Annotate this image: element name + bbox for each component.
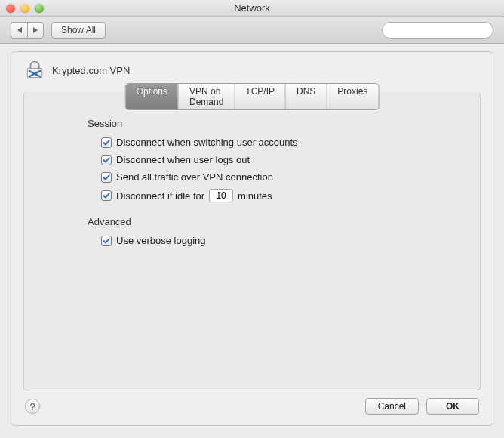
tab-vpn-on-demand[interactable]: VPN on Demand (179, 84, 235, 110)
checkbox-verbose[interactable] (101, 236, 112, 246)
search-input[interactable] (393, 25, 504, 35)
session-heading: Session (88, 118, 462, 129)
checkbox-switch-users[interactable] (101, 137, 112, 148)
window-title: Network (0, 2, 504, 14)
checkmark-icon (102, 191, 111, 200)
tab-bar: Options VPN on Demand TCP/IP DNS Proxies (125, 83, 380, 110)
checkbox-send-all[interactable] (101, 172, 112, 183)
toolbar: Show All (0, 17, 504, 44)
zoom-window-button[interactable] (35, 4, 44, 13)
vpn-options-sheet: Krypted.com VPN Options VPN on Demand TC… (11, 51, 493, 426)
idle-minutes-input[interactable] (209, 189, 233, 202)
nav-back-forward (11, 22, 44, 39)
titlebar: Network (0, 0, 504, 17)
label-switch-users: Disconnect when switching user accounts (116, 137, 298, 148)
checkbox-idle[interactable] (101, 190, 112, 201)
connection-name: Krypted.com VPN (52, 65, 130, 76)
cancel-button[interactable]: Cancel (365, 398, 419, 415)
vpn-lock-icon (25, 60, 45, 82)
close-window-button[interactable] (6, 4, 15, 13)
traffic-lights (6, 4, 44, 13)
label-logout: Disconnect when user logs out (116, 154, 250, 165)
label-idle-suffix: minutes (238, 190, 272, 202)
checkmark-icon (102, 173, 111, 182)
help-button[interactable]: ? (25, 399, 40, 414)
label-send-all: Send all traffic over VPN connection (116, 171, 273, 183)
chevron-right-icon (33, 27, 38, 33)
minimize-window-button[interactable] (20, 4, 29, 13)
checkbox-logout[interactable] (101, 155, 112, 165)
label-idle-prefix: Disconnect if idle for (116, 190, 204, 202)
tab-options[interactable]: Options (126, 84, 179, 110)
checkmark-icon (102, 156, 111, 165)
tab-proxies[interactable]: Proxies (327, 84, 378, 110)
chevron-left-icon (17, 27, 22, 33)
back-button[interactable] (11, 22, 27, 39)
tab-dns[interactable]: DNS (286, 84, 327, 110)
label-verbose: Use verbose logging (116, 235, 206, 246)
checkmark-icon (102, 236, 111, 245)
question-icon: ? (29, 401, 35, 412)
forward-button[interactable] (27, 22, 44, 39)
checkmark-icon (102, 138, 111, 147)
advanced-heading: Advanced (88, 216, 462, 227)
ok-button[interactable]: OK (426, 398, 479, 415)
search-field[interactable] (382, 22, 493, 39)
show-all-button[interactable]: Show All (51, 22, 106, 39)
tab-tcpip[interactable]: TCP/IP (235, 84, 286, 110)
